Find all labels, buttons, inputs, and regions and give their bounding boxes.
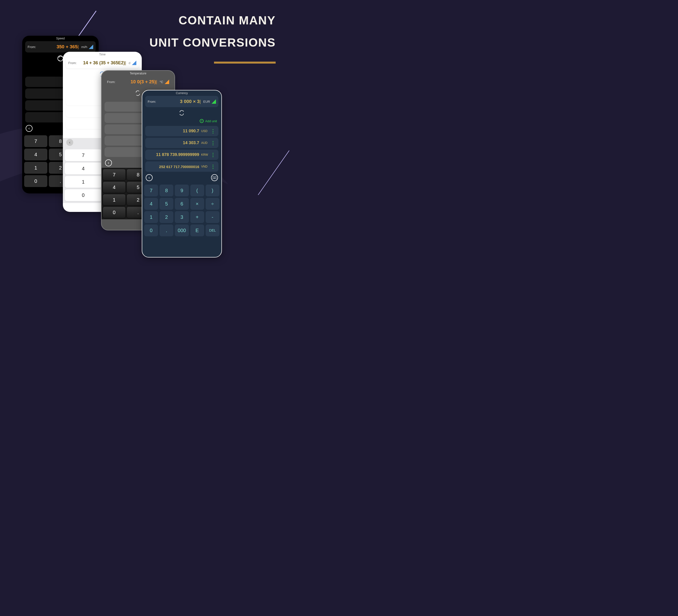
from-label: From:: [107, 80, 115, 84]
from-value[interactable]: 14 + 36 (35 + 365E2)|: [77, 60, 127, 66]
from-row[interactable]: From: 10 0(3 + 25)| °C: [105, 76, 172, 87]
svg-rect-0: [213, 176, 217, 179]
key-3[interactable]: 3: [175, 211, 189, 223]
key-7[interactable]: 7: [24, 135, 47, 147]
add-unit-button[interactable]: + Add unit: [142, 118, 221, 124]
headline-line-1: CONTAIN MANY: [179, 13, 276, 27]
key-divide[interactable]: ÷: [205, 198, 219, 210]
result-unit: VND: [201, 165, 209, 168]
key-0[interactable]: 0: [103, 206, 126, 218]
keyboard-icon[interactable]: [211, 174, 218, 181]
svg-point-1: [213, 177, 214, 177]
key-lparen[interactable]: (: [190, 184, 204, 196]
key-0[interactable]: 0: [24, 175, 47, 187]
phone-currency: Currency From: 3 000 × 3| EUR + Add unit…: [142, 90, 222, 257]
from-row[interactable]: From: 14 + 36 (35 + 365E2)| d: [66, 57, 139, 69]
cursor: |: [78, 44, 79, 49]
key-4[interactable]: 4: [103, 181, 126, 193]
key-exp[interactable]: E: [190, 224, 204, 236]
from-row[interactable]: From: 3 000 × 3| EUR: [145, 96, 219, 107]
more-icon[interactable]: ⋮: [211, 142, 216, 143]
key-1[interactable]: 1: [144, 211, 158, 223]
key-del[interactable]: DEL: [205, 224, 219, 236]
swap-icon[interactable]: [179, 110, 185, 116]
back-icon[interactable]: ‹: [146, 174, 153, 181]
key-6[interactable]: 6: [175, 198, 189, 210]
from-label: From:: [148, 100, 156, 104]
cursor: |: [156, 79, 157, 84]
from-unit[interactable]: °C: [159, 80, 163, 84]
key-4[interactable]: 4: [24, 149, 47, 160]
key-1[interactable]: 1: [103, 194, 126, 206]
from-label: From:: [68, 61, 77, 65]
key-9[interactable]: 9: [175, 184, 189, 196]
key-0[interactable]: 0: [144, 224, 158, 236]
result-row[interactable]: 14 303.7 AUD ⋮: [145, 138, 219, 148]
svg-point-3: [215, 177, 216, 177]
keypad-nav: ‹: [142, 173, 221, 182]
key-4[interactable]: 4: [65, 163, 102, 174]
screen-title: Time: [63, 52, 142, 57]
accent-underline: [214, 61, 276, 64]
key-1[interactable]: 1: [24, 162, 47, 174]
from-row[interactable]: From: 350 + 365| mi/h: [25, 41, 96, 52]
result-unit: USD: [201, 129, 209, 133]
screen-title: Temperature: [102, 71, 175, 76]
headline-line-2: UNIT CONVERSIONS: [149, 36, 276, 49]
result-row[interactable]: 11 090.7 USD ⋮: [145, 126, 219, 136]
key-plus[interactable]: +: [190, 211, 204, 223]
screen-title: Currency: [142, 90, 221, 96]
key-7[interactable]: 7: [103, 169, 126, 180]
from-unit[interactable]: EUR: [203, 100, 210, 104]
swap-icon[interactable]: [58, 55, 63, 61]
decorative-line: [76, 11, 97, 39]
result-unit: KRW: [201, 153, 209, 157]
result-row[interactable]: 11 878 739.999999999 KRW ⋮: [145, 150, 219, 160]
cursor: |: [125, 60, 126, 65]
key-dot[interactable]: .: [159, 224, 173, 236]
signal-icon[interactable]: [212, 99, 216, 104]
decorative-line: [258, 150, 290, 195]
cursor: |: [200, 99, 201, 104]
key-2[interactable]: 2: [159, 211, 173, 223]
key-1[interactable]: 1: [65, 176, 102, 188]
more-icon[interactable]: ⋮: [211, 166, 216, 167]
key-4[interactable]: 4: [144, 198, 158, 210]
result-unit: AUD: [201, 141, 209, 145]
screen-title: Speed: [22, 36, 99, 41]
from-unit[interactable]: mi/h: [81, 45, 87, 49]
add-unit-label: Add unit: [205, 119, 217, 123]
key-8[interactable]: 8: [159, 184, 173, 196]
key-minus[interactable]: -: [205, 211, 219, 223]
swap-icon[interactable]: [135, 90, 141, 96]
key-5[interactable]: 5: [159, 198, 173, 210]
back-icon[interactable]: ‹: [105, 159, 112, 166]
key-rparen[interactable]: ): [205, 184, 219, 196]
from-value[interactable]: 3 000 × 3|: [156, 99, 202, 104]
back-icon[interactable]: ‹: [66, 139, 73, 146]
key-7[interactable]: 7: [144, 184, 158, 196]
from-label: From:: [28, 45, 36, 49]
more-icon[interactable]: ⋮: [211, 130, 216, 132]
signal-icon[interactable]: [89, 45, 93, 49]
svg-rect-4: [214, 178, 216, 178]
more-icon[interactable]: ⋮: [211, 154, 216, 156]
signal-icon[interactable]: [165, 80, 169, 84]
key-000[interactable]: 000: [175, 224, 189, 236]
key-7[interactable]: 7: [65, 149, 102, 161]
svg-point-2: [214, 177, 215, 177]
key-0[interactable]: 0: [65, 189, 102, 201]
key-multiply[interactable]: ×: [190, 198, 204, 210]
from-value[interactable]: 350 + 365|: [36, 44, 80, 49]
plus-icon: +: [200, 119, 204, 123]
from-value[interactable]: 10 0(3 + 25)|: [115, 79, 158, 84]
back-icon[interactable]: ‹: [26, 125, 33, 132]
from-unit[interactable]: d: [129, 61, 130, 65]
result-row[interactable]: 252 617 717.700000016 VND ⋮: [145, 161, 219, 172]
signal-icon[interactable]: [132, 60, 136, 65]
